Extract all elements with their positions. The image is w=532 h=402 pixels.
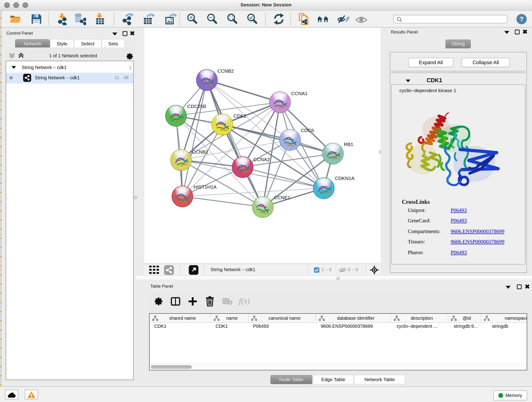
svg-text:CCNB1: CCNB1 [192, 149, 208, 154]
svg-text:CCNE1: CCNE1 [274, 195, 290, 200]
svg-text:CDC6: CDC6 [301, 128, 314, 133]
svg-text:CDK1: CDK1 [234, 113, 246, 119]
svg-text:CCNA2: CCNA2 [253, 157, 270, 162]
svg-text:RB1: RB1 [344, 142, 353, 147]
svg-text:CCNA1: CCNA1 [291, 91, 307, 96]
svg-text:CDKN1A: CDKN1A [335, 176, 355, 181]
svg-text:CDC25B: CDC25B [187, 104, 206, 109]
svg-text:HIST1H1A: HIST1H1A [194, 184, 216, 190]
svg-text:CCNB2: CCNB2 [217, 68, 234, 74]
